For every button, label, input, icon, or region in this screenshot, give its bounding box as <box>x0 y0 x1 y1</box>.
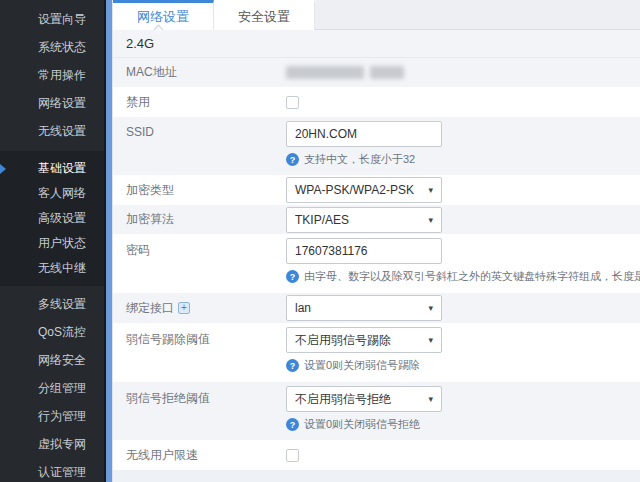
weak-signal-reject-help: ? 设置0则关闭弱信号拒绝 <box>286 417 442 432</box>
wireless-submenu: 基础设置 客人网络 高级设置 用户状态 无线中继 <box>0 151 104 286</box>
encryption-type-label: 加密类型 <box>126 182 286 199</box>
encryption-algorithm-select[interactable]: TKIP/AES ▾ <box>286 207 442 233</box>
form-row-password: 密码 ? 由字母、数字以及除双引号斜杠之外的英文键盘特殊字符组成，长度是8到63… <box>113 234 640 293</box>
sidebar-item-advanced-settings[interactable]: 高级设置 <box>0 206 104 231</box>
weak-signal-kick-help: ? 设置0则关闭弱信号踢除 <box>286 358 442 373</box>
bind-interface-select[interactable]: lan ▾ <box>286 295 442 321</box>
weak-signal-reject-help-text: 设置0则关闭弱信号拒绝 <box>304 417 420 432</box>
tab-bar: 网络设置 安全设置 <box>113 0 640 30</box>
help-icon: ? <box>286 270 299 283</box>
section-title: 2.4G <box>126 36 154 51</box>
form-row-weak-signal-reject: 弱信号拒绝阈值 不启用弱信号拒绝 ▾ ? 设置0则关闭弱信号拒绝 <box>113 382 640 440</box>
chevron-down-icon: ▾ <box>428 215 433 225</box>
mac-redacted-block <box>370 66 404 79</box>
tab-security-settings[interactable]: 安全设置 <box>214 0 315 30</box>
ssid-help: ? 支持中文，长度小于32 <box>286 152 442 167</box>
weak-signal-reject-label: 弱信号拒绝阈值 <box>126 382 286 407</box>
sidebar-item-guest-network[interactable]: 客人网络 <box>0 181 104 206</box>
form-row-encryption-algorithm: 加密算法 TKIP/AES ▾ <box>113 205 640 234</box>
encryption-algorithm-label: 加密算法 <box>126 211 286 228</box>
ssid-input[interactable] <box>286 121 442 147</box>
chevron-down-icon: ▾ <box>428 394 433 404</box>
user-speed-limit-checkbox[interactable] <box>286 449 299 462</box>
active-item-arrow-icon <box>0 164 6 174</box>
form-row-disable: 禁用 <box>113 87 640 117</box>
encryption-type-value: WPA-PSK/WPA2-PSK <box>295 183 414 197</box>
form-row-bind-interface: 绑定接口 + lan ▾ <box>113 293 640 323</box>
sidebar-item-auth-management[interactable]: 认证管理 <box>0 458 104 482</box>
form-row-weak-signal-kick: 弱信号踢除阈值 不启用弱信号踢除 ▾ ? 设置0则关闭弱信号踢除 <box>113 323 640 382</box>
sidebar-item-network-security[interactable]: 网络安全 <box>0 346 104 374</box>
ssid-help-text: 支持中文，长度小于32 <box>304 152 415 167</box>
sidebar-item-common-operations[interactable]: 常用操作 <box>0 61 104 89</box>
section-header-2-4g: 2.4G <box>113 30 640 58</box>
mac-label: MAC地址 <box>126 64 286 81</box>
weak-signal-kick-label: 弱信号踢除阈值 <box>126 323 286 348</box>
sidebar-item-system-status[interactable]: 系统状态 <box>0 33 104 61</box>
form-row-mac: MAC地址 <box>113 58 640 87</box>
help-icon: ? <box>286 153 299 166</box>
encryption-algorithm-value: TKIP/AES <box>295 213 349 227</box>
bind-interface-value: lan <box>295 301 311 315</box>
chevron-down-icon: ▾ <box>428 335 433 345</box>
bind-interface-label-text: 绑定接口 <box>126 300 174 317</box>
sidebar-item-user-status[interactable]: 用户状态 <box>0 231 104 256</box>
sidebar-item-setup-wizard[interactable]: 设置向导 <box>0 5 104 33</box>
user-speed-limit-label: 无线用户限速 <box>126 447 286 464</box>
form-row-user-speed-limit: 无线用户限速 <box>113 440 640 470</box>
sidebar-item-network-settings[interactable]: 网络设置 <box>0 89 104 117</box>
help-icon: ? <box>286 418 299 431</box>
sidebar: 设置向导 系统状态 常用操作 网络设置 无线设置 基础设置 客人网络 高级设置 … <box>0 0 104 482</box>
encryption-type-select[interactable]: WPA-PSK/WPA2-PSK ▾ <box>286 177 442 203</box>
password-input[interactable] <box>286 238 442 264</box>
bind-interface-label: 绑定接口 + <box>126 300 286 317</box>
form-row-encryption-type: 加密类型 WPA-PSK/WPA2-PSK ▾ <box>113 175 640 205</box>
weak-signal-reject-value: 不启用弱信号拒绝 <box>295 391 391 408</box>
sidebar-item-basic-settings[interactable]: 基础设置 <box>0 156 104 181</box>
sidebar-item-group-management[interactable]: 分组管理 <box>0 374 104 402</box>
password-help: ? 由字母、数字以及除双引号斜杠之外的英文键盘特殊字符组成，长度是8到63个字符 <box>286 269 640 284</box>
sidebar-item-wireless-repeater[interactable]: 无线中继 <box>0 256 104 281</box>
mac-address-redacted <box>286 66 404 79</box>
sidebar-item-wireless-settings[interactable]: 无线设置 <box>0 117 104 145</box>
sidebar-item-qos[interactable]: QoS流控 <box>0 318 104 346</box>
mac-redacted-block <box>286 66 364 79</box>
disable-label: 禁用 <box>126 94 286 111</box>
disable-checkbox[interactable] <box>286 96 299 109</box>
weak-signal-kick-help-text: 设置0则关闭弱信号踢除 <box>304 358 420 373</box>
sidebar-item-behavior-management[interactable]: 行为管理 <box>0 402 104 430</box>
sidebar-scrollbar[interactable] <box>104 0 112 482</box>
help-icon: ? <box>286 359 299 372</box>
main-content: 网络设置 安全设置 2.4G MAC地址 禁用 SSID ? <box>112 0 640 482</box>
tab-network-settings[interactable]: 网络设置 <box>113 0 214 30</box>
password-help-text: 由字母、数字以及除双引号斜杠之外的英文键盘特殊字符组成，长度是8到63个字符 <box>304 269 640 284</box>
weak-signal-kick-value: 不启用弱信号踢除 <box>295 332 391 349</box>
sidebar-item-multiline-settings[interactable]: 多线设置 <box>0 290 104 318</box>
sidebar-item-vpn[interactable]: 虚拟专网 <box>0 430 104 458</box>
content-footer-fill <box>113 470 640 482</box>
chevron-down-icon: ▾ <box>428 303 433 313</box>
sidebar-item-label: 基础设置 <box>38 161 86 175</box>
weak-signal-kick-select[interactable]: 不启用弱信号踢除 ▾ <box>286 327 442 353</box>
add-interface-icon[interactable]: + <box>178 302 190 314</box>
router-admin-app: 设置向导 系统状态 常用操作 网络设置 无线设置 基础设置 客人网络 高级设置 … <box>0 0 640 482</box>
weak-signal-reject-select[interactable]: 不启用弱信号拒绝 ▾ <box>286 386 442 412</box>
password-label: 密码 <box>126 234 286 259</box>
ssid-label: SSID <box>126 117 286 139</box>
chevron-down-icon: ▾ <box>428 185 433 195</box>
form-row-ssid: SSID ? 支持中文，长度小于32 <box>113 117 640 175</box>
